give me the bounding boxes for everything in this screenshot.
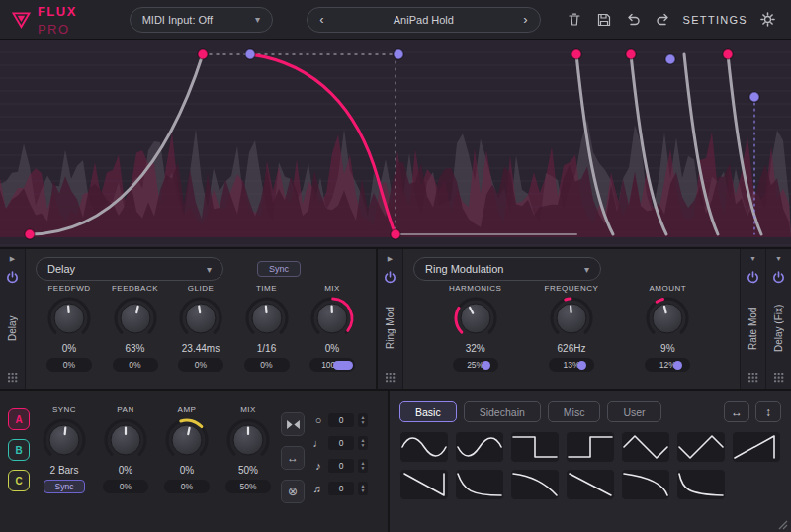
prev-preset-button[interactable]: ‹ bbox=[319, 13, 323, 26]
amp-knob[interactable] bbox=[162, 415, 212, 465]
modulation-envelope-display[interactable] bbox=[0, 40, 791, 247]
redo-button[interactable] bbox=[652, 8, 675, 32]
swap-button[interactable]: ↔ bbox=[281, 446, 305, 470]
decrement-button[interactable]: ▼ bbox=[358, 466, 368, 471]
layer-button-c[interactable]: C bbox=[8, 470, 30, 491]
knob-group-sync: SYNC2 BarsSync bbox=[34, 405, 95, 532]
glide-knob[interactable] bbox=[176, 294, 225, 343]
envelope-node[interactable] bbox=[394, 49, 403, 59]
envelope-node[interactable] bbox=[723, 49, 733, 59]
save-preset-button[interactable] bbox=[592, 8, 616, 32]
delay-sync-toggle[interactable]: Sync bbox=[257, 261, 301, 277]
waveform-shape-square-inv[interactable] bbox=[566, 431, 615, 463]
drag-handle-icon[interactable] bbox=[774, 373, 784, 383]
sync-toggle[interactable]: Sync bbox=[44, 480, 85, 493]
waveform-shape-sine-inv[interactable] bbox=[455, 431, 504, 463]
pan-knob[interactable] bbox=[101, 415, 150, 465]
cancel-button[interactable]: ⊗ bbox=[281, 480, 305, 503]
next-preset-button[interactable]: › bbox=[523, 13, 527, 26]
mod-amount-box[interactable]: 0% bbox=[113, 358, 158, 372]
waveform-shape-saw-down[interactable] bbox=[399, 469, 449, 500]
drag-handle-icon[interactable] bbox=[8, 373, 18, 383]
stepper-value[interactable]: 0 bbox=[328, 413, 354, 427]
waveform-shape-triangle[interactable] bbox=[621, 431, 670, 463]
amount-knob[interactable] bbox=[643, 294, 692, 343]
mod-amount-box[interactable]: 0% bbox=[103, 480, 148, 493]
power-icon[interactable] bbox=[6, 271, 19, 284]
drag-handle-icon[interactable] bbox=[386, 373, 396, 383]
mod-amount-box[interactable]: 100% bbox=[309, 358, 355, 372]
envelope-node[interactable] bbox=[571, 49, 581, 59]
power-icon[interactable] bbox=[772, 271, 785, 284]
crossfade-button[interactable] bbox=[281, 412, 305, 436]
tab-misc[interactable]: Misc bbox=[548, 401, 601, 422]
envelope-node[interactable] bbox=[198, 49, 208, 59]
layer-button-b[interactable]: B bbox=[8, 439, 30, 461]
collapse-icon[interactable]: ▼ bbox=[749, 254, 756, 264]
resize-handle[interactable] bbox=[778, 520, 788, 530]
waveform-shape-saw-up[interactable] bbox=[732, 431, 781, 463]
feedfwd-knob[interactable] bbox=[44, 294, 94, 343]
feedback-knob[interactable] bbox=[111, 294, 160, 343]
mod-amount-box[interactable]: 0% bbox=[178, 358, 223, 372]
waveform-shape-triangle-inv[interactable] bbox=[676, 431, 726, 463]
harmonics-knob[interactable] bbox=[451, 294, 500, 343]
frequency-knob[interactable] bbox=[547, 294, 596, 343]
undo-button[interactable] bbox=[622, 8, 646, 32]
mod-amount-box[interactable]: 13% bbox=[549, 358, 594, 372]
envelope-node[interactable] bbox=[626, 49, 636, 59]
envelope-node[interactable] bbox=[245, 49, 255, 59]
fx-rack-row: ▶ Delay Delay ▾ Sync FEEDFWD0%0%FEEDBACK… bbox=[0, 249, 791, 391]
flip-vertical-button[interactable]: ↕ bbox=[755, 401, 781, 422]
expand-icon[interactable]: ▶ bbox=[10, 254, 15, 264]
stepper-value[interactable]: 0 bbox=[328, 482, 354, 495]
drag-handle-icon[interactable] bbox=[748, 373, 758, 383]
effect-select-dropdown[interactable]: Ring Modulation ▾ bbox=[413, 257, 601, 281]
sync-knob[interactable] bbox=[40, 415, 89, 465]
envelope-node[interactable] bbox=[665, 54, 675, 64]
power-icon[interactable] bbox=[747, 271, 759, 284]
flip-horizontal-button[interactable]: ↔ bbox=[724, 401, 749, 422]
preset-name[interactable]: AniPad Hold bbox=[394, 14, 454, 26]
waveform-shape-exp-decay[interactable] bbox=[455, 469, 504, 500]
envelope-node[interactable] bbox=[25, 229, 35, 239]
waveform-shape-exp-fall[interactable] bbox=[676, 469, 726, 500]
tab-user[interactable]: User bbox=[607, 401, 660, 422]
mod-amount-box[interactable]: 0% bbox=[46, 358, 92, 372]
mix-knob[interactable] bbox=[223, 415, 273, 465]
mod-slider[interactable] bbox=[333, 361, 353, 370]
mod-amount-box[interactable]: 25% bbox=[453, 358, 498, 372]
tab-sidechain[interactable]: Sidechain bbox=[464, 401, 541, 422]
waveform-shape-sine[interactable] bbox=[399, 431, 449, 463]
waveform-shape-square[interactable] bbox=[510, 431, 560, 463]
expand-icon[interactable]: ▶ bbox=[388, 254, 393, 264]
stepper-value[interactable]: 0 bbox=[328, 436, 354, 450]
effect-select-dropdown[interactable]: Delay ▾ bbox=[36, 257, 223, 281]
mod-amount-box[interactable]: 0% bbox=[164, 480, 210, 493]
knob-group-frequency: FREQUENCY626Hz13% bbox=[540, 284, 603, 385]
envelope-node[interactable] bbox=[391, 229, 400, 239]
mix-knob[interactable] bbox=[308, 294, 357, 343]
power-icon[interactable] bbox=[384, 271, 396, 284]
envelope-node[interactable] bbox=[749, 92, 759, 102]
waveform-shape-line-down[interactable] bbox=[566, 469, 615, 500]
waveform-shape-curve-convex[interactable] bbox=[621, 469, 670, 500]
mod-slider[interactable] bbox=[482, 361, 490, 370]
mod-amount-box[interactable]: 50% bbox=[225, 480, 271, 493]
midi-input-dropdown[interactable]: MIDI Input: Off ▾ bbox=[130, 7, 273, 33]
tab-basic[interactable]: Basic bbox=[399, 401, 457, 422]
mod-slider[interactable] bbox=[577, 361, 586, 370]
settings-button[interactable]: SETTINGS bbox=[683, 8, 779, 32]
decrement-button[interactable]: ▼ bbox=[358, 420, 368, 425]
stepper-value[interactable]: 0 bbox=[328, 459, 354, 473]
mod-slider[interactable] bbox=[673, 361, 682, 370]
decrement-button[interactable]: ▼ bbox=[358, 488, 368, 493]
layer-button-a[interactable]: A bbox=[8, 408, 30, 430]
mod-amount-box[interactable]: 12% bbox=[645, 358, 690, 372]
waveform-shape-curve-down[interactable] bbox=[510, 469, 560, 500]
decrement-button[interactable]: ▼ bbox=[358, 443, 368, 448]
collapse-icon[interactable]: ▼ bbox=[775, 254, 782, 264]
time-knob[interactable] bbox=[242, 294, 292, 343]
delete-preset-button[interactable] bbox=[563, 8, 586, 32]
mod-amount-box[interactable]: 0% bbox=[244, 358, 290, 372]
